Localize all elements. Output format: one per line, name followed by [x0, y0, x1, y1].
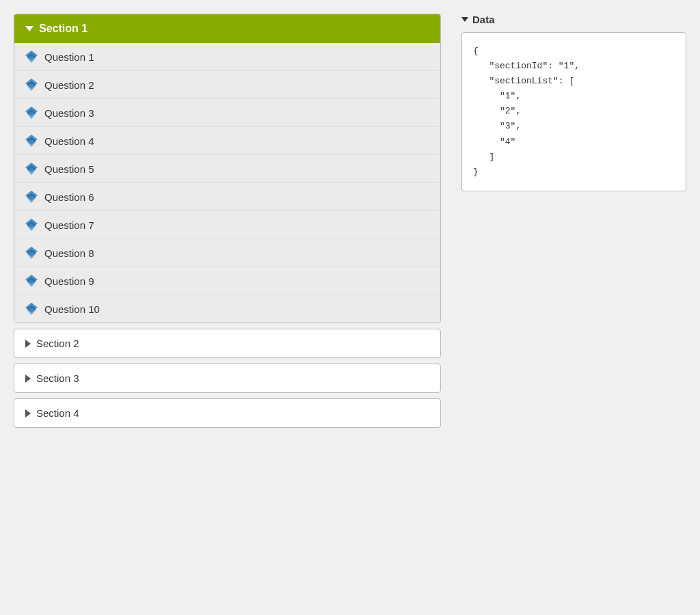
section-collapsed-label: Section 4 — [36, 407, 79, 419]
data-header-label: Data — [472, 14, 495, 25]
question-item-3[interactable]: Question 3 — [14, 99, 440, 127]
right-panel: Data { "sectionId": "1", "sectionList": … — [461, 14, 686, 191]
section-collapsed-header[interactable]: Section 2 — [14, 329, 440, 357]
question-label: Question 4 — [44, 135, 94, 147]
sort-icon — [25, 163, 38, 175]
question-label: Question 10 — [44, 303, 100, 315]
question-label: Question 3 — [44, 107, 94, 119]
section-collapsed-header[interactable]: Section 3 — [14, 364, 440, 392]
section-collapsed-4[interactable]: Section 4 — [14, 398, 441, 428]
collapsed-sections-container: Section 2 Section 3 Section 4 — [14, 329, 441, 428]
question-label: Question 8 — [44, 247, 94, 259]
question-label: Question 6 — [44, 191, 94, 203]
questions-list: Question 1 Question 2 Question 3 — [14, 43, 440, 323]
section-1-header[interactable]: Section 1 — [14, 14, 440, 43]
question-item-1[interactable]: Question 1 — [14, 43, 440, 71]
data-header: Data — [461, 14, 686, 25]
question-item-10[interactable]: Question 10 — [14, 295, 440, 323]
sort-icon — [25, 79, 38, 91]
sort-icon — [25, 275, 38, 287]
chevron-down-icon — [25, 26, 33, 31]
question-item-8[interactable]: Question 8 — [14, 239, 440, 267]
question-label: Question 5 — [44, 163, 94, 175]
chevron-right-icon — [25, 374, 31, 383]
sort-icon — [25, 107, 38, 119]
section-1-label: Section 1 — [39, 23, 88, 35]
main-layout: Section 1 Question 1 Question 2 — [14, 14, 686, 433]
section-collapsed-3[interactable]: Section 3 — [14, 364, 441, 393]
sort-icon — [25, 303, 38, 315]
question-item-4[interactable]: Question 4 — [14, 127, 440, 155]
chevron-right-icon — [25, 409, 31, 418]
chevron-right-icon — [25, 340, 31, 348]
sort-icon — [25, 247, 38, 259]
question-item-5[interactable]: Question 5 — [14, 155, 440, 183]
question-item-7[interactable]: Question 7 — [14, 211, 440, 239]
question-label: Question 7 — [44, 219, 94, 231]
data-json-box: { "sectionId": "1", "sectionList": [ "1"… — [461, 32, 686, 191]
left-panel: Section 1 Question 1 Question 2 — [14, 14, 441, 433]
section-collapsed-label: Section 2 — [36, 338, 79, 349]
chevron-down-icon — [461, 17, 468, 22]
sort-icon — [25, 51, 38, 63]
question-label: Question 2 — [44, 79, 94, 91]
section-1-expanded[interactable]: Section 1 Question 1 Question 2 — [14, 14, 441, 323]
question-item-6[interactable]: Question 6 — [14, 183, 440, 211]
question-label: Question 1 — [44, 51, 94, 63]
section-collapsed-2[interactable]: Section 2 — [14, 329, 441, 358]
question-item-2[interactable]: Question 2 — [14, 71, 440, 99]
sort-icon — [25, 135, 38, 147]
question-label: Question 9 — [44, 275, 94, 287]
question-item-9[interactable]: Question 9 — [14, 267, 440, 295]
sort-icon — [25, 191, 38, 203]
sort-icon — [25, 219, 38, 231]
section-collapsed-label: Section 3 — [36, 372, 79, 384]
section-collapsed-header[interactable]: Section 4 — [14, 399, 440, 427]
